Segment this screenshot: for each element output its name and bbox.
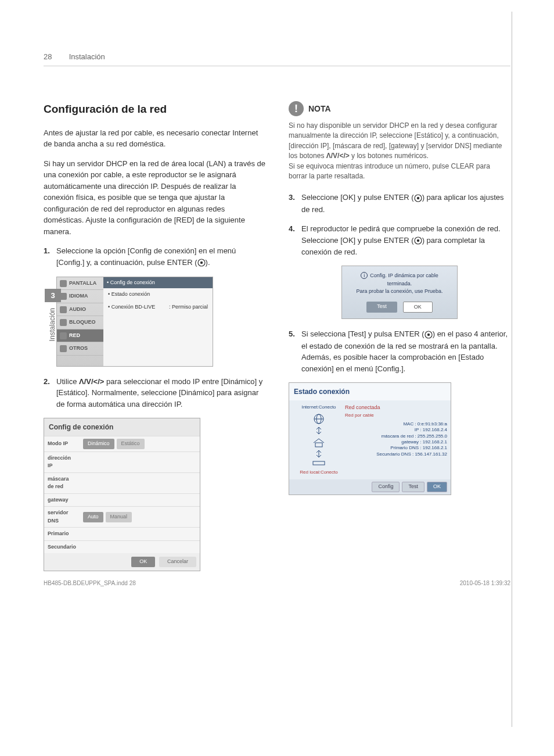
mac-value: MAC : 0:e:91:b3:36:a [345, 421, 447, 427]
dns1-value: Primario DNS : 192.168.2.1 [345, 445, 447, 451]
svg-point-3 [416, 197, 419, 199]
dialog-title: Config de conexión [44, 418, 200, 436]
side-tab: 3 Instalación [45, 289, 61, 347]
menu-item-audio[interactable]: AUDIO [57, 303, 103, 317]
enter-icon [197, 257, 206, 268]
step-number: 1. [44, 245, 56, 268]
intro-paragraph-1: Antes de ajustar la red por cable, es ne… [44, 127, 265, 150]
mode-estatico-button[interactable]: Estático [117, 439, 145, 449]
internet-status: Internet:Conecto [293, 404, 345, 411]
page: 28 Instalación 3 Instalación Configuraci… [0, 0, 554, 604]
ok-button[interactable]: OK [427, 482, 447, 492]
chapter-number: 3 [45, 289, 61, 302]
page-footer: HB485-DB.BDEUPPK_SPA.indd 28 2010-05-18 … [44, 580, 510, 586]
right-column: ! NOTA Si no hay disponible un servidor … [289, 101, 510, 581]
dns2-value: Secundario DNS : 156.147.161.32 [345, 452, 447, 457]
step-number: 2. [44, 376, 56, 410]
intro-paragraph-2: Si hay un servidor DHCP en la red de áre… [44, 158, 265, 238]
screenshot-popup: iConfig. IP dinámica por cable terminada… [341, 266, 458, 319]
enter-icon [414, 235, 422, 246]
config-button[interactable]: Config [372, 482, 400, 492]
enter-icon [425, 329, 433, 341]
nav-keys-icon: Λ/V/</> [79, 377, 104, 386]
alert-icon: ! [289, 101, 304, 116]
house-icon [293, 438, 345, 448]
screenshot-settings-menu: PANTALLA IDIOMA AUDIO BLOQUEO RED OTROS … [56, 277, 213, 367]
panel-row-estado[interactable]: • Estado conexión [108, 291, 150, 299]
section-title: Configuración de la red [44, 101, 265, 118]
screenshot-config-conexion: Config de conexión Modo IP DinámicoEstát… [44, 418, 200, 571]
svg-rect-14 [313, 461, 325, 465]
menu-item-pantalla[interactable]: PANTALLA [57, 277, 103, 291]
panel-row-bdlive[interactable]: • Conexión BD-LIVE [108, 303, 155, 311]
mode-dinamico-button[interactable]: Dinámico [83, 439, 114, 449]
dns-auto-button[interactable]: Auto [83, 512, 103, 522]
mask-value: máscara de red : 255.255.255.0 [345, 433, 447, 439]
note-box: ! NOTA Si no hay disponible un servidor … [289, 101, 510, 181]
side-tab-label: Instalación [45, 302, 60, 347]
test-button[interactable]: Test [402, 482, 425, 492]
globe-icon [293, 413, 345, 425]
page-header: 28 Instalación [44, 52, 510, 66]
arrow-icon [293, 427, 345, 435]
screenshot-estado-conexion: Estado conexión Internet:Conecto Red loc… [289, 382, 451, 495]
ip-value: IP : 192.168.2.4 [345, 427, 447, 433]
svg-rect-12 [315, 443, 322, 447]
network-connected-label: Red conectada [345, 404, 447, 412]
dns-manual-button[interactable]: Manual [106, 512, 132, 522]
display-icon [60, 280, 67, 287]
menu-item-otros[interactable]: OTROS [57, 342, 103, 356]
ok-button[interactable]: OK [131, 557, 155, 567]
info-icon: i [361, 272, 368, 279]
step-5: 5. Si selecciona [Test] y pulsa ENTER ()… [289, 328, 510, 374]
step-1: 1. Seleccione la opción [Config de conex… [44, 245, 265, 268]
ok-button[interactable]: OK [403, 302, 433, 313]
step-number: 5. [289, 328, 301, 374]
test-button[interactable]: Test [366, 302, 397, 313]
step-3: 3. Seleccione [OK] y pulse ENTER () para… [289, 192, 510, 215]
page-number: 28 [44, 52, 67, 61]
menu-item-bloqueo[interactable]: BLOQUEO [57, 316, 103, 329]
footer-file: HB485-DB.BDEUPPK_SPA.indd 28 [44, 580, 136, 586]
svg-point-7 [427, 334, 430, 336]
footer-timestamp: 2010-05-18 1:39:32 [460, 580, 510, 586]
step-number: 3. [289, 192, 301, 215]
svg-point-5 [416, 239, 419, 242]
menu-item-idioma[interactable]: IDIOMA [57, 290, 103, 303]
svg-point-1 [200, 261, 202, 264]
gateway-value: gateway : 192.168.2.1 [345, 439, 447, 445]
cancel-button[interactable]: Cancelar [159, 557, 196, 567]
dialog-title: Estado conexión [289, 383, 451, 400]
local-status: Red local:Conecto [293, 469, 345, 476]
enter-icon [414, 192, 422, 204]
network-type-label: Red por cable [345, 412, 447, 419]
left-column: Configuración de la red Antes de ajustar… [44, 101, 265, 581]
nav-keys-icon: Λ/V/</> [326, 152, 350, 160]
arrow-icon [293, 450, 345, 458]
note-title: NOTA [308, 103, 331, 115]
section-name: Instalación [69, 52, 105, 61]
panel-title[interactable]: • Config de conexión [103, 277, 213, 289]
step-4: 4. El reproductor le pedirá que comprueb… [289, 223, 510, 257]
device-icon [293, 461, 345, 467]
menu-item-red[interactable]: RED [57, 329, 103, 343]
step-number: 4. [289, 223, 301, 257]
step-2: 2. Utilice Λ/V/</> para seleccionar el m… [44, 376, 265, 410]
